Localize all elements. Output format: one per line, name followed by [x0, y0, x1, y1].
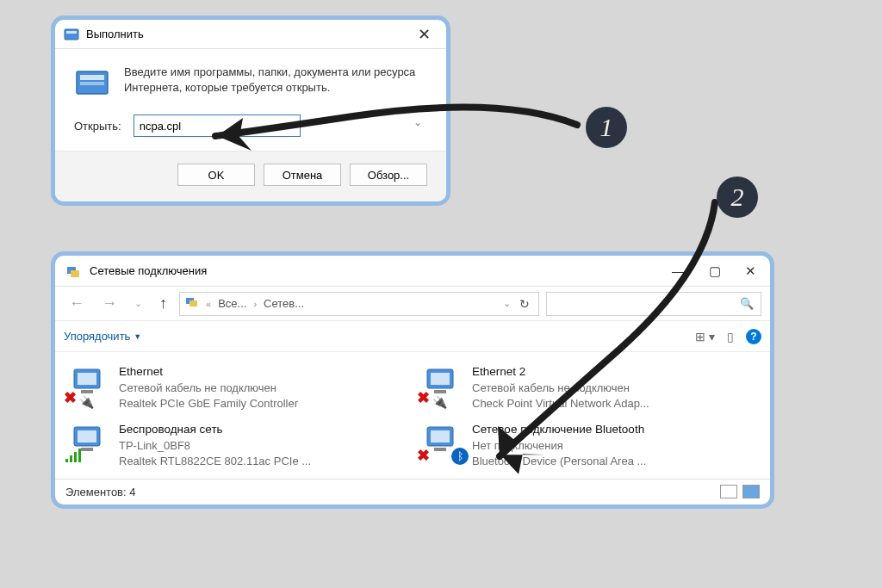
details-pane-icon[interactable]: ▯: [727, 330, 734, 344]
connection-item-bluetooth[interactable]: ✖ ᛒ Сетевое подключение Bluetooth Нет по…: [420, 418, 758, 473]
bluetooth-icon: ᛒ: [451, 448, 469, 465]
large-icons-view-icon[interactable]: [742, 485, 760, 498]
svg-rect-18: [65, 459, 68, 462]
svg-rect-17: [81, 448, 93, 451]
connection-name: Беспроводная сеть: [119, 422, 311, 438]
items-count: 4: [129, 486, 135, 498]
network-adapter-icon: [69, 422, 110, 463]
status-disconnected-icon: ✖: [417, 446, 430, 465]
connection-driver: Bluetooth Device (Personal Area ...: [472, 454, 646, 469]
svg-rect-8: [189, 300, 197, 306]
run-titlebar: Выполнить ✕: [55, 20, 446, 49]
back-icon[interactable]: ←: [64, 293, 90, 314]
address-bar[interactable]: « Все... › Сетев... ⌄ ↻: [179, 292, 539, 316]
explorer-window: Сетевые подключения — ▢ ✕ ← → ⌄ ↑ « Все.…: [51, 251, 774, 509]
svg-rect-4: [80, 82, 104, 85]
run-input[interactable]: [134, 115, 301, 137]
search-icon: 🔍: [740, 297, 754, 310]
connection-driver: Realtek RTL8822CE 802.11ac PCIe ...: [119, 454, 311, 469]
run-buttons: OK Отмена Обзор...: [55, 151, 446, 201]
explorer-title: Сетевые подключения: [90, 264, 207, 277]
connection-item-ethernet2[interactable]: ✖ 🔌 Ethernet 2 Сетевой кабель не подключ…: [420, 361, 758, 415]
close-icon[interactable]: ✕: [411, 22, 438, 47]
cable-icon: 🔌: [79, 395, 94, 409]
svg-rect-19: [70, 455, 72, 462]
minimize-icon[interactable]: —: [668, 260, 688, 282]
connection-status: TP-Link_0BF8: [119, 438, 311, 454]
maximize-icon[interactable]: ▢: [705, 260, 724, 282]
status-disconnected-icon: ✖: [64, 388, 77, 407]
ok-button[interactable]: OK: [177, 164, 255, 186]
breadcrumb-segment[interactable]: Сетев...: [264, 297, 304, 310]
chevron-down-icon[interactable]: ⌄: [503, 298, 511, 309]
recent-dropdown-icon[interactable]: ⌄: [129, 296, 147, 311]
status-disconnected-icon: ✖: [417, 388, 430, 407]
step-badge-2: 2: [717, 176, 758, 218]
run-input-label: Открыть:: [74, 120, 121, 133]
up-icon[interactable]: ↑: [154, 293, 172, 314]
connection-status: Нет подключения: [472, 438, 646, 454]
cable-icon: 🔌: [432, 395, 447, 409]
run-body: Введите имя программы, папки, документа …: [55, 49, 446, 111]
svg-rect-24: [434, 448, 446, 451]
connection-name: Ethernet: [119, 364, 298, 381]
svg-rect-10: [78, 373, 96, 385]
status-bar: Элементов: 4: [55, 479, 770, 504]
explorer-nav: ← → ⌄ ↑ « Все... › Сетев... ⌄ ↻ 🔍: [55, 287, 770, 321]
refresh-icon[interactable]: ↻: [516, 297, 533, 311]
svg-rect-6: [71, 270, 79, 277]
items-label: Элементов:: [65, 486, 127, 498]
network-adapter-icon: ✖ ᛒ: [422, 422, 463, 463]
breadcrumb-sep-icon: ›: [253, 299, 257, 309]
svg-rect-11: [81, 390, 93, 393]
svg-rect-21: [78, 449, 81, 462]
connections-view: ✖ 🔌 Ethernet Сетевой кабель не подключен…: [55, 352, 770, 479]
run-description: Введите имя программы, папки, документа …: [124, 65, 427, 101]
help-icon[interactable]: ?: [746, 329, 761, 344]
connection-status: Сетевой кабель не подключен: [472, 381, 649, 396]
svg-rect-14: [434, 390, 446, 393]
run-dialog: Выполнить ✕ Введите имя программы, папки…: [51, 15, 450, 206]
view-dropdown-icon[interactable]: ⊞ ▾: [695, 330, 715, 344]
forward-icon[interactable]: →: [96, 293, 122, 314]
svg-rect-16: [78, 430, 96, 443]
run-app-icon: [64, 27, 79, 42]
svg-rect-23: [431, 430, 450, 443]
connection-name: Ethernet 2: [472, 364, 649, 381]
connection-driver: Check Point Virtual Network Adap...: [472, 396, 649, 412]
network-adapter-icon: ✖ 🔌: [69, 364, 110, 405]
search-input[interactable]: 🔍: [546, 292, 761, 316]
organize-menu[interactable]: Упорядочить ▼: [64, 330, 141, 343]
chevron-down-icon: ▼: [134, 332, 141, 341]
window-controls: — ▢ ✕: [668, 260, 760, 282]
step-badge-1: 1: [586, 107, 627, 148]
details-view-icon[interactable]: [720, 485, 737, 498]
run-title: Выполнить: [86, 28, 144, 40]
svg-rect-20: [74, 452, 77, 462]
folder-icon: [185, 295, 199, 312]
explorer-toolbar: Упорядочить ▼ ⊞ ▾ ▯ ?: [55, 321, 770, 352]
connection-status: Сетевой кабель не подключен: [119, 381, 298, 396]
connection-item-wifi[interactable]: Беспроводная сеть TP-Link_0BF8 Realtek R…: [67, 418, 405, 473]
cancel-button[interactable]: Отмена: [264, 164, 341, 186]
run-large-icon: [74, 65, 110, 101]
breadcrumb-sep-icon: «: [206, 299, 211, 309]
browse-button[interactable]: Обзор...: [350, 164, 427, 186]
breadcrumb-segment[interactable]: Все...: [218, 297, 246, 310]
svg-rect-0: [65, 29, 78, 40]
network-adapter-icon: ✖ 🔌: [422, 364, 463, 405]
svg-rect-3: [80, 75, 104, 80]
close-icon[interactable]: ✕: [742, 260, 760, 282]
connection-name: Сетевое подключение Bluetooth: [472, 422, 646, 438]
explorer-app-icon: [65, 263, 81, 279]
svg-rect-1: [66, 31, 77, 34]
connection-item-ethernet[interactable]: ✖ 🔌 Ethernet Сетевой кабель не подключен…: [67, 361, 405, 415]
signal-strength-icon: [65, 449, 83, 465]
explorer-titlebar: Сетевые подключения — ▢ ✕: [55, 256, 770, 287]
run-input-row: Открыть:: [55, 111, 446, 151]
connection-driver: Realtek PCIe GbE Family Controller: [119, 396, 298, 412]
svg-rect-13: [431, 373, 450, 385]
